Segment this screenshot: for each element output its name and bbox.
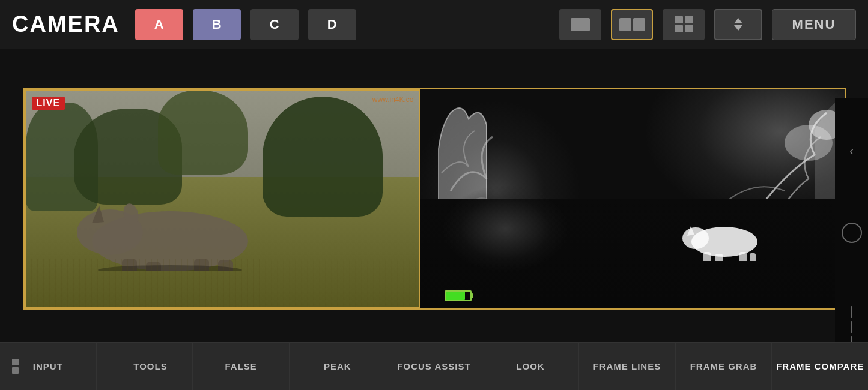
bottom-bar: INPUT TOOLS FALSE PEAK FOCUS ASSIST LOOK… — [0, 342, 868, 390]
circle-button[interactable] — [842, 223, 862, 243]
battery-fill — [446, 292, 466, 300]
grass-foreground — [26, 259, 419, 307]
thermal-rhino — [682, 219, 760, 263]
chevron-left-icon[interactable]: ‹ — [843, 142, 861, 160]
tools-label: TOOLS — [133, 361, 167, 371]
svg-rect-16 — [739, 252, 747, 261]
svg-rect-14 — [703, 252, 711, 261]
frame-lines-button[interactable]: FRAME LINES — [579, 343, 676, 390]
tools-button[interactable]: TOOLS — [97, 343, 193, 390]
false-button[interactable]: FALSE — [193, 343, 290, 390]
single-view-button[interactable] — [559, 9, 601, 40]
look-button[interactable]: LOOK — [482, 343, 579, 390]
frame-compare-button[interactable]: FRAME COMPARE — [772, 343, 868, 390]
tree-detail — [158, 91, 248, 175]
left-video-panel: LIVE www.in4K.co — [24, 89, 420, 308]
focus-assist-button[interactable]: FOCUS ASSIST — [386, 343, 483, 390]
thermal-ground-glow — [442, 185, 569, 272]
scroll-button[interactable] — [714, 9, 762, 40]
video-area: LIVE www.in4K.co — [23, 88, 846, 310]
menu-button[interactable]: MENU — [772, 9, 856, 40]
split-view-button[interactable] — [611, 9, 653, 40]
svg-rect-17 — [750, 253, 756, 261]
camera-a-button[interactable]: A — [135, 9, 183, 40]
top-bar: CAMERA A B C D MENU — [0, 0, 868, 49]
svg-point-12 — [682, 227, 709, 249]
right-video-panel — [420, 89, 845, 308]
camera-d-button[interactable]: D — [308, 9, 356, 40]
peak-button[interactable]: PEAK — [290, 343, 386, 390]
camera-c-button[interactable]: C — [250, 9, 299, 40]
camera-title: CAMERA — [12, 11, 120, 37]
battery-indicator — [445, 290, 472, 301]
battery-body — [445, 290, 472, 301]
svg-rect-15 — [715, 254, 723, 261]
scroll-arrows-icon — [734, 18, 742, 31]
right-tree — [263, 97, 383, 217]
camera-b-button[interactable]: B — [193, 9, 241, 40]
quad-view-button[interactable] — [663, 9, 705, 40]
main-content: LIVE www.in4K.co — [0, 49, 868, 342]
split-view-icon — [619, 18, 645, 31]
frame-grab-button[interactable]: FRAME GRAB — [676, 343, 772, 390]
tools-squares-icon — [12, 359, 19, 374]
quad-view-icon — [675, 16, 693, 32]
live-badge: LIVE — [32, 97, 65, 110]
watermark: www.in4K.co — [372, 95, 414, 104]
single-view-icon — [571, 18, 590, 31]
